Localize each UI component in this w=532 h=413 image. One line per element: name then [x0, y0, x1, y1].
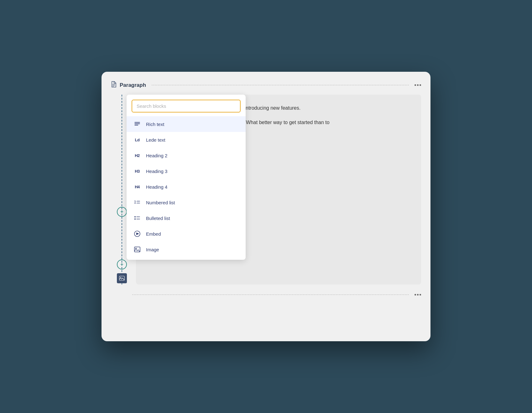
top-bar-left: Paragraph — [111, 81, 146, 89]
top-bar-divider — [152, 85, 409, 85]
add-block-button-2[interactable]: + — [117, 259, 127, 269]
heading-3-icon: H3 — [133, 167, 142, 175]
svg-rect-3 — [119, 276, 124, 280]
bottom-bar — [111, 288, 421, 295]
menu-items-list: Rich textLdLede textH2Heading 2H3Heading… — [127, 116, 246, 257]
menu-item-heading-4[interactable]: H4Heading 4 — [127, 179, 246, 195]
svg-point-13 — [134, 218, 136, 220]
heading-3-label: Heading 3 — [146, 169, 167, 174]
add-block-button-1[interactable]: + — [117, 207, 127, 217]
lede-text-icon: Ld — [133, 135, 142, 144]
numbered-list-icon: 1. 2. — [133, 198, 142, 207]
block-picker-dropdown: Rich textLdLede textH2Heading 2H3Heading… — [127, 95, 246, 260]
rich-text-label: Rich text — [146, 122, 164, 127]
heading-4-label: Heading 4 — [146, 184, 167, 190]
svg-point-4 — [120, 277, 121, 278]
svg-point-12 — [134, 216, 136, 217]
menu-item-numbered-list[interactable]: 1. 2. Numbered list — [127, 195, 246, 210]
svg-point-19 — [135, 248, 137, 249]
rich-text-icon — [133, 120, 142, 128]
heading-2-label: Heading 2 — [146, 153, 167, 158]
embed-label: Embed — [146, 231, 161, 237]
menu-item-heading-2[interactable]: H2Heading 2 — [127, 148, 246, 163]
bulleted-list-label: Bulleted list — [146, 216, 170, 221]
image-icon — [133, 245, 142, 254]
bottom-more-options[interactable] — [415, 294, 421, 295]
lede-text-label: Lede text — [146, 137, 165, 143]
menu-item-rich-text[interactable]: Rich text — [127, 116, 246, 132]
numbered-list-label: Numbered list — [146, 200, 175, 205]
search-box-wrapper — [127, 100, 246, 116]
svg-text:2.: 2. — [134, 202, 136, 204]
image-label: Image — [146, 247, 159, 252]
main-area: + + Rich textLdLede textH2Heading 2 — [111, 95, 421, 285]
bulleted-list-icon — [133, 214, 142, 222]
menu-item-image[interactable]: Image — [127, 242, 246, 257]
menu-item-heading-3[interactable]: H3Heading 3 — [127, 163, 246, 179]
svg-marker-17 — [136, 233, 139, 235]
image-block-icon — [117, 273, 127, 283]
menu-item-bulleted-list[interactable]: Bulleted list — [127, 210, 246, 226]
bottom-bar-divider — [132, 295, 409, 295]
heading-4-icon: H4 — [133, 182, 142, 191]
embed-icon — [133, 229, 142, 238]
heading-2-icon: H2 — [133, 151, 142, 160]
page-title: Paragraph — [120, 82, 146, 88]
search-input[interactable] — [132, 100, 241, 112]
sidebar-dashed-line — [122, 95, 122, 285]
menu-item-embed[interactable]: Embed — [127, 226, 246, 242]
menu-item-lede-text[interactable]: LdLede text — [127, 132, 246, 148]
top-bar: Paragraph — [111, 81, 421, 95]
more-options-button[interactable] — [415, 84, 421, 86]
document-icon — [111, 81, 117, 89]
main-window: Paragraph + + — [102, 72, 430, 341]
